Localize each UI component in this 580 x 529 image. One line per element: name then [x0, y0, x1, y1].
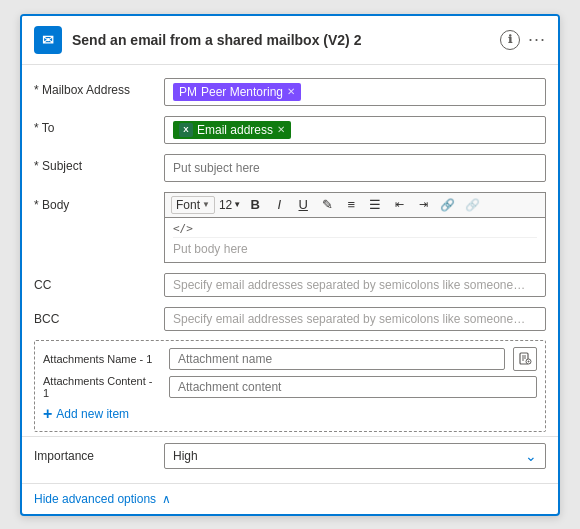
mailbox-initials: PM: [179, 85, 197, 99]
importance-chevron-icon: ⌄: [525, 448, 537, 464]
bcc-label: BCC: [34, 307, 164, 326]
footer-chevron-icon: ∧: [162, 492, 171, 506]
font-size-control[interactable]: 12 ▼: [219, 198, 241, 212]
font-size-arrow-icon: ▼: [233, 200, 241, 209]
cc-row: CC Specify email addresses separated by …: [22, 268, 558, 302]
cc-input[interactable]: Specify email addresses separated by sem…: [164, 273, 546, 297]
card-footer[interactable]: Hide advanced options ∧: [22, 483, 558, 514]
body-content-area[interactable]: </> Put body here: [164, 217, 546, 263]
bold-button[interactable]: B: [245, 196, 265, 213]
subject-row: * Subject: [22, 149, 558, 187]
mailbox-control[interactable]: PM Peer Mentoring ✕: [164, 78, 546, 106]
body-label: * Body: [34, 192, 164, 212]
bcc-row: BCC Specify email addresses separated by…: [22, 302, 558, 336]
body-placeholder[interactable]: Put body here: [173, 237, 537, 260]
card-header: ✉ Send an email from a shared mailbox (V…: [22, 16, 558, 65]
importance-label: Importance: [34, 449, 164, 463]
body-row: * Body Font ▼ 12 ▼ B I U ✎ ≡ ☰: [22, 187, 558, 268]
to-tag-close[interactable]: ✕: [277, 124, 285, 135]
font-arrow-icon: ▼: [202, 200, 210, 209]
attachment-content-row: Attachments Content - 1: [43, 375, 537, 399]
subject-label: * Subject: [34, 154, 164, 173]
mailbox-tag: PM Peer Mentoring ✕: [173, 83, 301, 101]
importance-row: Importance High ⌄: [22, 436, 558, 475]
italic-button[interactable]: I: [269, 196, 289, 213]
body-code-tag: </>: [173, 222, 537, 235]
add-plus-icon: +: [43, 405, 52, 423]
to-label: * To: [34, 116, 164, 135]
attachments-section: Attachments Name - 1: [34, 340, 546, 432]
email-icon: ✉: [34, 26, 62, 54]
importance-select[interactable]: High ⌄: [164, 443, 546, 469]
subject-control[interactable]: [164, 154, 546, 182]
font-size-value: 12: [219, 198, 232, 212]
add-new-item-label: Add new item: [56, 407, 129, 421]
indent-decrease-button[interactable]: ⇤: [389, 197, 409, 212]
header-actions: ℹ ···: [500, 29, 546, 50]
subject-input[interactable]: [173, 161, 537, 175]
to-row: * To X Email address ✕: [22, 111, 558, 149]
mailbox-address-row: * Mailbox Address PM Peer Mentoring ✕: [22, 73, 558, 111]
excel-icon: X: [179, 123, 193, 137]
attachment-content-input[interactable]: [169, 376, 537, 398]
add-new-item-button[interactable]: + Add new item: [43, 403, 537, 425]
importance-value: High: [173, 449, 198, 463]
bcc-input[interactable]: Specify email addresses separated by sem…: [164, 307, 546, 331]
attachment-name-label: Attachments Name - 1: [43, 353, 161, 365]
hide-advanced-label: Hide advanced options: [34, 492, 156, 506]
text-color-button[interactable]: ✎: [317, 196, 337, 213]
cc-label: CC: [34, 273, 164, 292]
unlink-button[interactable]: 🔗: [462, 197, 483, 213]
mailbox-name: Peer Mentoring: [201, 85, 283, 99]
info-icon[interactable]: ℹ: [500, 30, 520, 50]
body-toolbar: Font ▼ 12 ▼ B I U ✎ ≡ ☰ ⇤ ⇥ 🔗: [164, 192, 546, 217]
attachment-content-label: Attachments Content - 1: [43, 375, 161, 399]
attachment-file-icon[interactable]: [513, 347, 537, 371]
card-body: * Mailbox Address PM Peer Mentoring ✕ * …: [22, 65, 558, 483]
to-tag: X Email address ✕: [173, 121, 291, 139]
indent-increase-button[interactable]: ⇥: [413, 197, 433, 212]
to-tag-name: Email address: [197, 123, 273, 137]
mailbox-label: * Mailbox Address: [34, 78, 164, 97]
to-control[interactable]: X Email address ✕: [164, 116, 546, 144]
more-options-icon[interactable]: ···: [528, 29, 546, 50]
font-selector[interactable]: Font ▼: [171, 196, 215, 214]
attachment-name-row: Attachments Name - 1: [43, 347, 537, 371]
body-section: Font ▼ 12 ▼ B I U ✎ ≡ ☰ ⇤ ⇥ 🔗: [164, 192, 546, 263]
link-button[interactable]: 🔗: [437, 197, 458, 213]
numbered-list-button[interactable]: ☰: [365, 196, 385, 213]
font-label: Font: [176, 198, 200, 212]
card-title: Send an email from a shared mailbox (V2)…: [72, 32, 490, 48]
bullet-list-button[interactable]: ≡: [341, 196, 361, 213]
attachment-name-input[interactable]: [169, 348, 505, 370]
mailbox-tag-close[interactable]: ✕: [287, 86, 295, 97]
underline-button[interactable]: U: [293, 196, 313, 213]
email-card: ✉ Send an email from a shared mailbox (V…: [20, 14, 560, 516]
